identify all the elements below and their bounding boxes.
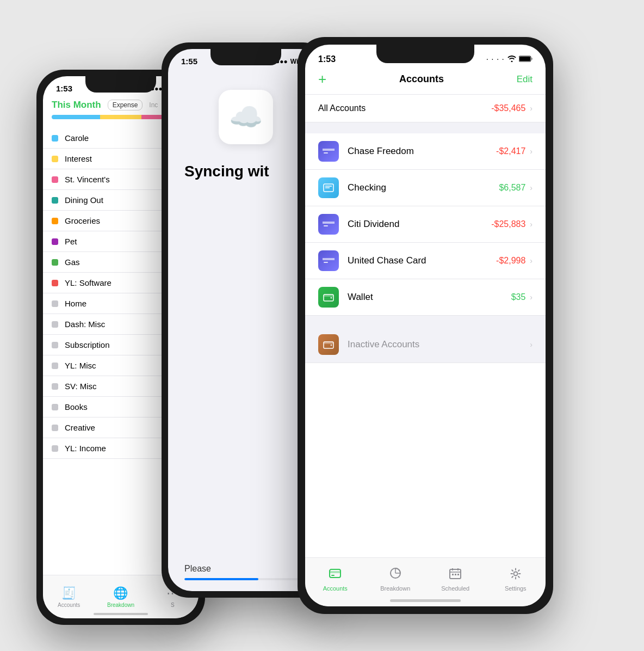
section-gap-2	[305, 316, 546, 327]
chevron-right-icon: ›	[530, 340, 532, 349]
account-name: Citi Dividend	[348, 219, 491, 230]
tab-breakdown[interactable]: Breakdown	[366, 558, 426, 601]
category-name: Creative	[65, 423, 95, 432]
account-row-united[interactable]: United Chase Card -$2,998 ›	[305, 243, 546, 279]
svg-point-20	[331, 345, 332, 346]
category-name: YL: Misc	[65, 361, 96, 370]
category-dot	[52, 197, 58, 204]
inactive-accounts-label: Inactive Accounts	[348, 339, 530, 350]
tab-accounts[interactable]: Accounts	[305, 558, 366, 601]
svg-rect-9	[323, 220, 335, 229]
phone-2-time: 1:55	[181, 57, 197, 66]
account-row-citi[interactable]: Citi Dividend -$25,883 ›	[305, 206, 546, 243]
category-dot	[52, 259, 58, 266]
phone-1-home-indicator	[94, 613, 148, 615]
all-accounts-label: All Accounts	[318, 103, 366, 113]
svg-rect-5	[324, 152, 328, 153]
settings-tab-icon	[509, 567, 523, 584]
svg-rect-21	[330, 569, 340, 578]
category-dot	[52, 176, 58, 183]
svg-rect-14	[324, 262, 328, 263]
account-amount: -$25,883	[491, 219, 525, 229]
section-gap	[305, 122, 546, 133]
inactive-accounts-row[interactable]: Inactive Accounts ›	[305, 327, 546, 363]
bar-seg-2	[100, 115, 141, 119]
chevron-right-icon: ›	[530, 256, 532, 265]
chevron-right-icon: ›	[530, 293, 532, 302]
please-text: Please	[184, 564, 307, 574]
chevron-right-icon: ›	[530, 183, 532, 192]
category-dot	[52, 363, 58, 369]
tab-settings[interactable]: Settings	[486, 558, 546, 601]
category-dot	[52, 342, 58, 348]
svg-rect-1	[519, 57, 530, 61]
account-amount: $6,587	[499, 183, 525, 193]
account-amount: -$2,417	[496, 146, 525, 156]
category-name: YL: Software	[65, 278, 112, 287]
category-name: Dining Out	[65, 195, 103, 205]
category-dot	[52, 280, 58, 286]
phone-1-period-title[interactable]: This Month	[52, 100, 101, 110]
account-row-chase-freedom[interactable]: Chase Freedom -$2,417 ›	[305, 133, 546, 170]
svg-point-32	[513, 572, 517, 576]
svg-rect-2	[531, 58, 532, 60]
account-row-wallet[interactable]: Wallet $35 ›	[305, 279, 546, 316]
breakdown-tab-icon	[388, 567, 403, 584]
phone-1-expense-tab[interactable]: Expense	[108, 100, 143, 110]
category-name: Books	[65, 402, 88, 412]
scheduled-tab-icon	[448, 567, 462, 584]
phone-3-time: 1:53	[318, 54, 336, 64]
category-name: YL: Income	[65, 444, 106, 453]
account-amount: $35	[511, 292, 526, 302]
svg-rect-19	[324, 342, 333, 344]
add-account-button[interactable]: +	[318, 71, 326, 88]
progress-fill	[184, 578, 258, 580]
phone-1-income-tab[interactable]: Inc	[149, 101, 158, 109]
category-dot	[52, 135, 58, 142]
phone-1-notch	[85, 76, 156, 93]
wifi-icon	[507, 56, 516, 64]
account-amount: -$2,998	[496, 256, 525, 266]
accounts-tab-icon	[328, 567, 342, 584]
scheduled-label: Scheduled	[441, 585, 469, 592]
account-icon-checking	[318, 177, 339, 198]
category-name: St. Vincent's	[65, 175, 110, 184]
svg-rect-31	[457, 574, 459, 575]
tab-breakdown[interactable]: 🌐 Breakdown	[95, 575, 146, 618]
all-accounts-value-group: -$35,465 ›	[491, 103, 532, 113]
category-name: Carole	[65, 133, 89, 143]
category-dot	[52, 404, 58, 410]
phone-3-status-icons: · · · ·	[487, 56, 532, 64]
category-name: Interest	[65, 154, 92, 163]
svg-point-17	[331, 297, 332, 299]
phone-3-nav: + Accounts Edit	[305, 66, 546, 95]
category-name: Groceries	[65, 216, 100, 225]
category-dot	[52, 321, 58, 328]
account-icon-card	[318, 141, 339, 162]
tab-scheduled[interactable]: Scheduled	[425, 558, 486, 601]
chevron-right-icon: ›	[530, 104, 532, 113]
phone-3-home-indicator	[390, 599, 461, 602]
chevron-right-icon: ›	[530, 147, 532, 156]
svg-rect-30	[455, 574, 456, 575]
accounts-tab-icon: 🧾	[61, 586, 76, 600]
chevron-right-icon: ›	[530, 220, 532, 229]
svg-rect-29	[452, 574, 454, 575]
account-row-checking[interactable]: Checking $6,587 ›	[305, 170, 546, 206]
nav-title: Accounts	[399, 73, 444, 85]
account-icon-inactive	[318, 334, 339, 355]
phones-container: 1:53 ●●● WiFi ▮ This Month Expense Inc	[36, 26, 608, 625]
category-dot	[52, 156, 58, 162]
phone-3: 1:53 · · · ·	[298, 37, 553, 614]
category-name: Gas	[65, 257, 80, 267]
accounts-tab-label: Accounts	[58, 602, 80, 608]
category-name: Subscription	[65, 340, 110, 349]
accounts-label: Accounts	[323, 585, 348, 592]
tab-accounts[interactable]: 🧾 Accounts	[43, 575, 95, 618]
svg-rect-10	[323, 222, 335, 224]
all-accounts-row[interactable]: All Accounts -$35,465 ›	[305, 95, 546, 122]
svg-rect-22	[330, 571, 340, 573]
category-name: Pet	[65, 237, 77, 246]
battery-icon	[519, 56, 532, 64]
edit-button[interactable]: Edit	[517, 74, 532, 85]
